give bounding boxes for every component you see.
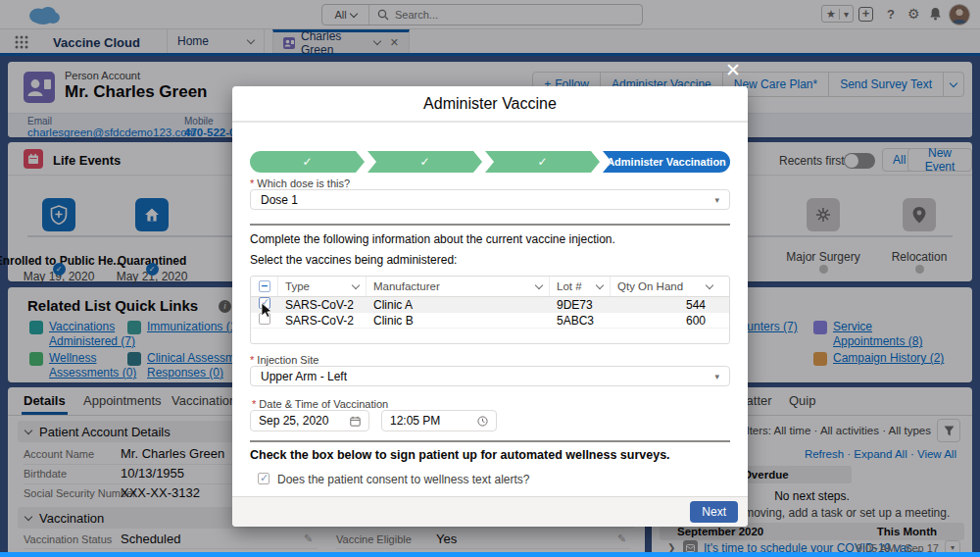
cell-lot: 5ABC3 — [550, 314, 611, 328]
close-icon[interactable]: ✕ — [725, 59, 741, 81]
select-vaccines-text: Select the vaccines being administered: — [250, 253, 457, 267]
check-icon: ✓ — [537, 155, 547, 169]
injection-site-value: Upper Arm - Left — [261, 370, 347, 383]
chevron-down-icon: ▾ — [714, 195, 719, 205]
injection-site-select[interactable]: Upper Arm - Left ▾ — [250, 366, 730, 386]
dose-question-label: Which dose is this? — [250, 177, 350, 189]
injection-info-text: Complete the following information about… — [250, 232, 615, 246]
check-icon: ✓ — [419, 155, 429, 169]
cell-manufacturer: Clinic B — [367, 314, 550, 328]
vaccine-selection-table: Type Manufacturer Lot # Qty On Hand SARS… — [250, 276, 730, 344]
injection-site-label: Injection Site — [250, 354, 318, 366]
chevron-down-icon — [535, 281, 543, 289]
select-all-checkbox[interactable] — [259, 280, 270, 292]
cell-qty: 544 — [611, 298, 719, 312]
next-button[interactable]: Next — [690, 501, 738, 523]
salesforce-vaccine-cloud-app: All ★▾ + ? ⚙ Vaccine Cloud Home — [0, 0, 980, 557]
progress-path: ✓ ✓ ✓ Administer Vaccination — [250, 151, 730, 173]
time-input[interactable]: 12:05 PM — [381, 410, 497, 431]
consent-label: Does the patient consent to wellness tex… — [277, 473, 529, 486]
datetime-label: Date & Time of Vaccination — [252, 398, 388, 410]
table-header-row: Type Manufacturer Lot # Qty On Hand — [251, 277, 729, 297]
cell-manufacturer: Clinic A — [367, 298, 550, 312]
table-row[interactable]: SARS-CoV-2 Clinic B 5ABC3 600 — [251, 313, 729, 329]
table-row[interactable]: SARS-CoV-2 Clinic A 9DE73 544 — [251, 297, 729, 313]
clock-icon[interactable] — [477, 416, 488, 427]
survey-note-text: Check the box below to sign patient up f… — [250, 448, 670, 462]
dose-select-value: Dose 1 — [261, 193, 298, 207]
path-step-complete[interactable]: ✓ — [250, 151, 365, 173]
path-step-complete[interactable]: ✓ — [485, 151, 600, 173]
chevron-down-icon: ▾ — [714, 372, 719, 381]
modal-title: Administer Vaccine — [232, 86, 748, 123]
chevron-down-icon — [596, 281, 604, 289]
chevron-down-icon — [352, 281, 360, 289]
date-input[interactable]: Sep 25, 2020 — [250, 410, 369, 431]
modal-footer: Next — [232, 496, 748, 527]
column-header-manufacturer[interactable]: Manufacturer — [373, 280, 440, 292]
date-value: Sep 25, 2020 — [259, 414, 328, 428]
check-icon: ✓ — [302, 155, 312, 169]
path-step-current[interactable]: Administer Vaccination — [603, 151, 730, 173]
column-header-qty[interactable]: Qty On Hand — [617, 280, 683, 292]
section-divider — [250, 440, 730, 442]
consent-checkbox[interactable] — [258, 473, 270, 484]
cell-qty: 600 — [611, 314, 719, 328]
path-step-complete[interactable]: ✓ — [368, 151, 482, 173]
cell-type: SARS-CoV-2 — [278, 314, 367, 328]
administer-vaccine-modal: Administer Vaccine ✓ ✓ ✓ Administer Vacc… — [232, 86, 748, 527]
cell-type: SARS-CoV-2 — [278, 298, 367, 312]
calendar-icon[interactable] — [350, 416, 361, 427]
column-header-lot[interactable]: Lot # — [557, 280, 582, 292]
column-header-type[interactable]: Type — [285, 280, 310, 292]
cell-lot: 9DE73 — [550, 298, 611, 312]
mouse-cursor — [261, 302, 273, 319]
chevron-down-icon — [706, 281, 713, 289]
dose-select[interactable]: Dose 1 ▾ — [250, 189, 730, 210]
section-divider — [250, 224, 730, 226]
time-value: 12:05 PM — [390, 414, 440, 428]
video-progress-bar[interactable] — [0, 552, 980, 557]
